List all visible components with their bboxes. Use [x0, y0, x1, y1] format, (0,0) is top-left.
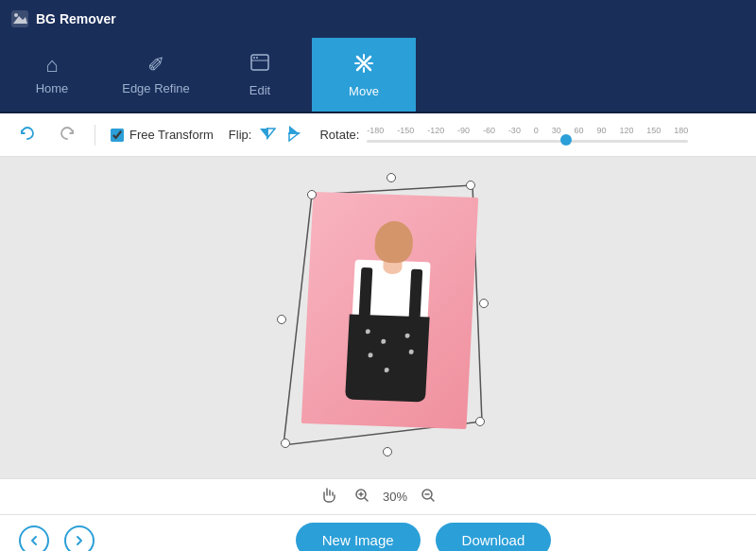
handle-bottom-left[interactable] [281, 439, 290, 448]
free-transform-section: Free Transform [111, 128, 214, 142]
zoom-out-button[interactable] [417, 486, 439, 508]
rotate-section: Rotate: -180 -150 -120 -90 -60 -30 0 30 … [319, 126, 741, 145]
tab-move[interactable]: Move [312, 38, 416, 112]
svg-point-1 [14, 13, 18, 17]
svg-marker-8 [289, 126, 299, 133]
nav-tabs: ⌂ Home ✐ Edge Refine Edit Move [0, 38, 756, 113]
flip-label: Flip: [229, 128, 252, 142]
svg-marker-5 [260, 129, 267, 138]
rotate-slider[interactable]: -180 -150 -120 -90 -60 -30 0 30 60 90 12… [367, 126, 688, 145]
app-title: BG Remover [36, 11, 116, 26]
svg-point-3 [253, 57, 255, 59]
app-logo: BG Remover [9, 9, 116, 29]
tab-edit[interactable]: Edit [208, 38, 312, 112]
tab-home-label: Home [36, 81, 69, 95]
zoom-in-button[interactable] [351, 486, 373, 508]
zoom-level: 30% [383, 490, 407, 504]
handle-top-left[interactable] [307, 190, 317, 199]
transform-container[interactable] [255, 176, 501, 459]
flip-section: Flip: [229, 123, 305, 146]
flip-vertical-button[interactable] [284, 123, 304, 146]
rotate-thumb [560, 134, 572, 146]
next-button[interactable] [64, 525, 94, 552]
svg-point-4 [256, 57, 258, 59]
handle-middle-left[interactable] [277, 315, 286, 324]
edge-refine-icon: ✐ [147, 55, 164, 76]
free-transform-label: Free Transform [129, 128, 214, 142]
zoom-bar: 30% [0, 478, 756, 514]
app-header: BG Remover [0, 0, 756, 38]
handle-top-right[interactable] [466, 181, 475, 190]
rotate-bar [367, 140, 688, 143]
tab-edit-label: Edit [249, 83, 270, 97]
handle-middle-right[interactable] [479, 299, 489, 308]
rotate-label: Rotate: [319, 128, 359, 142]
tab-move-label: Move [349, 84, 379, 98]
prev-button[interactable] [19, 525, 49, 552]
rotate-scale: -180 -150 -120 -90 -60 -30 0 30 60 90 12… [367, 126, 688, 137]
free-transform-checkbox[interactable] [111, 129, 124, 142]
svg-marker-7 [267, 129, 275, 138]
toolbar: Free Transform Flip: Rotate: -180 -150 -… [0, 113, 756, 157]
undo-button[interactable] [15, 123, 40, 147]
redo-button[interactable] [55, 123, 79, 147]
pan-tool-button[interactable] [317, 485, 341, 509]
tab-edge-refine[interactable]: ✐ Edge Refine [104, 38, 208, 112]
tab-edge-refine-label: Edge Refine [122, 81, 190, 95]
tab-home[interactable]: ⌂ Home [0, 38, 104, 112]
svg-marker-10 [289, 133, 299, 141]
logo-icon [9, 9, 30, 29]
edit-icon [249, 53, 270, 77]
svg-line-19 [431, 498, 434, 501]
flip-horizontal-button[interactable] [257, 123, 278, 146]
canvas-area [0, 157, 756, 478]
action-bar: New Image Download [0, 514, 756, 551]
svg-line-16 [365, 498, 368, 501]
new-image-button[interactable]: New Image [296, 523, 421, 551]
move-icon [352, 52, 375, 78]
toolbar-divider-1 [94, 125, 95, 146]
download-button[interactable]: Download [436, 523, 552, 551]
handle-top-center[interactable] [387, 173, 396, 182]
handle-bottom-right[interactable] [475, 417, 485, 426]
handle-bottom-center[interactable] [383, 447, 392, 456]
home-icon: ⌂ [45, 55, 58, 76]
